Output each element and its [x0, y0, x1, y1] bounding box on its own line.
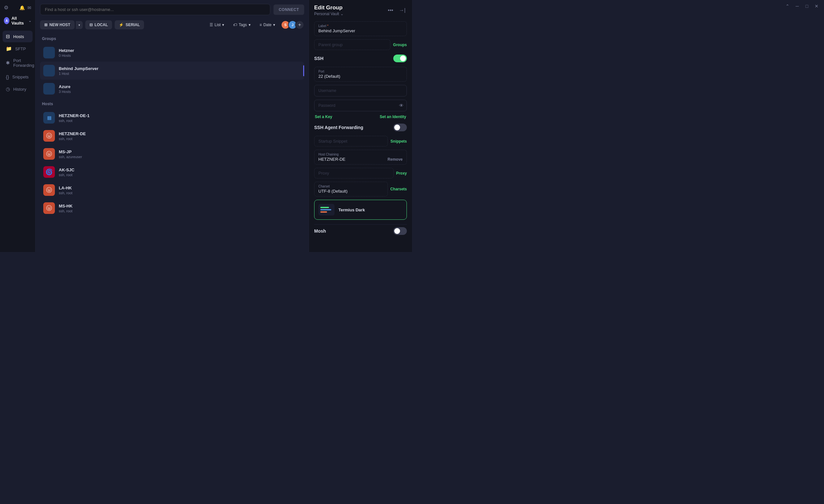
settings-icon[interactable]: ⚙: [4, 5, 8, 11]
theme-card[interactable]: Termius Dark: [314, 200, 407, 220]
host-sub-la-hk: ssh, root: [59, 191, 301, 195]
group-item-hetzner[interactable]: Hetzner 0 Hosts: [40, 43, 304, 61]
sidebar-item-hosts[interactable]: ⊟ Hosts: [3, 31, 33, 42]
list-label: List: [215, 23, 221, 27]
host-info-ak-sjc: AK-SJC ssh, root: [59, 167, 301, 177]
password-toggle-visibility-icon[interactable]: 👁: [399, 103, 404, 108]
host-list: Groups Hetzner 0 Hosts: [35, 33, 309, 252]
new-host-button[interactable]: ⊞ NEW HOST: [40, 20, 75, 29]
bell-icon[interactable]: 🔔: [19, 5, 25, 10]
password-placeholder: Password: [318, 103, 335, 108]
key-identity-links: Set a Key Set an Identity: [314, 115, 407, 119]
ssh-section-title: SSH: [314, 56, 323, 61]
host-sub-hetzner-de-1: ssh, root: [59, 119, 301, 123]
mosh-toggle[interactable]: [393, 227, 407, 235]
proxy-field[interactable]: Proxy: [314, 168, 394, 178]
charset-field: Charset UTF-8 (Default): [314, 182, 388, 197]
theme-preview: [318, 204, 334, 216]
theme-line-2: [320, 209, 331, 210]
tags-chevron-icon: ▾: [248, 23, 250, 27]
panel-header: Edit Group Personal Vault ⌄ ••• →|: [309, 0, 412, 17]
host-info-ms-jp: MS-JP ssh, azureuser: [59, 149, 301, 159]
new-host-dropdown-button[interactable]: ▾: [76, 21, 83, 29]
list-view-button[interactable]: ☰ List ▾: [206, 21, 228, 29]
sidebar-item-port-forwarding[interactable]: ✱ Port Forwarding: [3, 55, 33, 71]
proxy-row: Proxy Proxy: [314, 168, 407, 178]
host-chaining-value: HETZNER-DE: [318, 157, 345, 162]
sidebar-item-snippets[interactable]: {} Snippets: [3, 71, 33, 83]
host-item-ak-sjc[interactable]: 🌀 AK-SJC ssh, root: [40, 163, 304, 181]
add-collaborator-button[interactable]: +: [295, 20, 304, 29]
sidebar-item-sftp[interactable]: 📁 SFTP: [3, 43, 33, 54]
hosts-icon: ⊟: [6, 33, 10, 39]
host-icon-hetzner-de-1: ▤: [43, 112, 55, 124]
compose-icon[interactable]: ✉: [27, 5, 31, 10]
sidebar-item-history[interactable]: ◷ History: [3, 83, 33, 95]
host-name-ms-jp: MS-JP: [59, 149, 301, 154]
vault-selector[interactable]: A All Vaults ⌄: [0, 14, 35, 29]
group-info-azure: Azure 3 Hosts: [59, 84, 301, 94]
panel-close-button[interactable]: →|: [398, 6, 407, 14]
panel-title: Edit Group: [314, 5, 343, 11]
panel-body: Label * Behind JumpServer Parent group G…: [309, 17, 412, 241]
label-field-label: Label *: [318, 24, 403, 28]
charsets-link[interactable]: Charsets: [390, 187, 407, 191]
set-identity-link[interactable]: Set an Identity: [380, 115, 406, 119]
tags-label: Tags: [239, 23, 247, 27]
host-item-ms-jp[interactable]: ⓤ MS-JP ssh, azureuser: [40, 145, 304, 163]
date-button[interactable]: ≡ Date ▾: [256, 21, 278, 29]
host-icon-ms-hk: ⓤ: [43, 202, 55, 214]
host-info-la-hk: LA-HK ssh, root: [59, 185, 301, 195]
groups-link[interactable]: Groups: [393, 42, 407, 47]
parent-group-field[interactable]: Parent group: [314, 39, 390, 50]
parent-group-placeholder: Parent group: [318, 42, 386, 47]
host-name-ak-sjc: AK-SJC: [59, 167, 301, 172]
label-field-value[interactable]: Behind JumpServer: [318, 28, 403, 33]
proxy-link[interactable]: Proxy: [396, 171, 407, 175]
host-chaining-remove-link[interactable]: Remove: [388, 157, 403, 162]
charset-row: Charset UTF-8 (Default) Charsets: [314, 182, 407, 197]
host-icon-hetzner-de: ⓤ: [43, 130, 55, 142]
username-field[interactable]: Username: [314, 85, 407, 97]
tags-button[interactable]: 🏷 Tags ▾: [230, 21, 253, 29]
port-label: Port: [318, 70, 403, 73]
search-input-wrap[interactable]: [40, 4, 270, 15]
hosts-section-label: Hosts: [40, 98, 304, 109]
host-item-ms-hk[interactable]: ⓤ MS-HK ssh, root: [40, 199, 304, 217]
local-button[interactable]: ⊟ LOCAL: [85, 20, 112, 29]
group-item-behind-jumpserver[interactable]: Behind JumpServer 1 Host: [40, 61, 304, 80]
list-chevron-icon: ▾: [222, 23, 224, 27]
host-info-hetzner-de-1: HETZNER-DE-1 ssh, root: [59, 113, 301, 123]
host-item-la-hk[interactable]: ⓤ LA-HK ssh, root: [40, 181, 304, 199]
startup-snippet-field[interactable]: Startup Snippet: [314, 136, 388, 146]
group-info-behind-jumpserver: Behind JumpServer 1 Host: [59, 66, 301, 76]
search-input[interactable]: [45, 7, 266, 12]
search-bar: CONNECT: [35, 0, 309, 19]
connect-button[interactable]: CONNECT: [274, 5, 304, 15]
set-key-link[interactable]: Set a Key: [315, 115, 332, 119]
label-field: Label * Behind JumpServer: [314, 21, 407, 36]
groups-section-label: Groups: [40, 33, 304, 43]
ssh-toggle[interactable]: [393, 54, 407, 62]
date-chevron-icon: ▾: [273, 23, 275, 27]
serial-button[interactable]: ⚡ SERIAL: [115, 20, 144, 29]
group-sub-hetzner: 0 Hosts: [59, 53, 301, 57]
panel-vault-label: Personal Vault: [314, 12, 339, 16]
panel-more-button[interactable]: •••: [387, 6, 395, 14]
snippets-link[interactable]: Snippets: [390, 139, 407, 144]
host-name-hetzner-de-1: HETZNER-DE-1: [59, 113, 301, 118]
local-label: LOCAL: [95, 23, 108, 27]
host-item-hetzner-de-1[interactable]: ▤ HETZNER-DE-1 ssh, root: [40, 109, 304, 127]
nav-items: ⊟ Hosts 📁 SFTP ✱ Port Forwarding {} Snip…: [0, 29, 35, 96]
panel-vault-selector[interactable]: Personal Vault ⌄: [314, 12, 343, 16]
host-sub-hetzner-de: ssh, root: [59, 137, 301, 141]
host-item-hetzner-de[interactable]: ⓤ HETZNER-DE ssh, root: [40, 127, 304, 145]
password-field[interactable]: Password: [314, 100, 407, 111]
ssh-agent-forwarding-toggle[interactable]: [393, 124, 407, 131]
theme-line-1: [320, 207, 329, 208]
port-value[interactable]: 22 (Default): [318, 74, 403, 79]
top-icons: 🔔 ✉: [19, 5, 31, 10]
panel-actions: ••• →|: [387, 6, 407, 14]
charset-value[interactable]: UTF-8 (Default): [318, 189, 384, 194]
group-item-azure[interactable]: Azure 3 Hosts: [40, 80, 304, 98]
